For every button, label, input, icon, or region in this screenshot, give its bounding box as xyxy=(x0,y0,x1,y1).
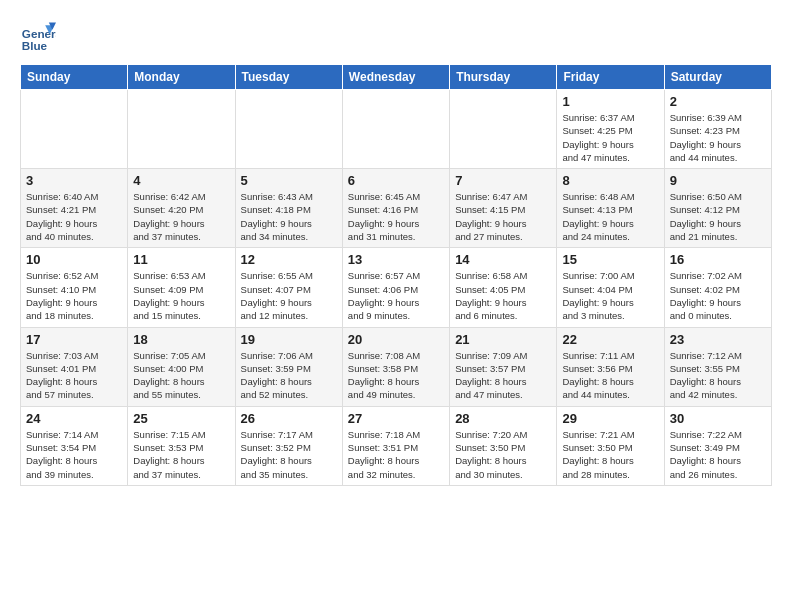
day-info: Sunrise: 6:53 AM Sunset: 4:09 PM Dayligh… xyxy=(133,269,229,322)
day-info: Sunrise: 7:11 AM Sunset: 3:56 PM Dayligh… xyxy=(562,349,658,402)
day-info: Sunrise: 6:43 AM Sunset: 4:18 PM Dayligh… xyxy=(241,190,337,243)
day-info: Sunrise: 7:09 AM Sunset: 3:57 PM Dayligh… xyxy=(455,349,551,402)
svg-text:Blue: Blue xyxy=(22,39,48,52)
logo: General Blue xyxy=(20,18,62,54)
calendar-container: SundayMondayTuesdayWednesdayThursdayFrid… xyxy=(0,64,792,496)
weekday-header-sunday: Sunday xyxy=(21,65,128,90)
day-number: 3 xyxy=(26,173,122,188)
day-info: Sunrise: 7:20 AM Sunset: 3:50 PM Dayligh… xyxy=(455,428,551,481)
calendar-week-4: 17Sunrise: 7:03 AM Sunset: 4:01 PM Dayli… xyxy=(21,327,772,406)
day-number: 17 xyxy=(26,332,122,347)
day-info: Sunrise: 7:02 AM Sunset: 4:02 PM Dayligh… xyxy=(670,269,766,322)
weekday-header-friday: Friday xyxy=(557,65,664,90)
day-number: 8 xyxy=(562,173,658,188)
day-info: Sunrise: 7:06 AM Sunset: 3:59 PM Dayligh… xyxy=(241,349,337,402)
day-number: 9 xyxy=(670,173,766,188)
day-number: 1 xyxy=(562,94,658,109)
day-info: Sunrise: 7:00 AM Sunset: 4:04 PM Dayligh… xyxy=(562,269,658,322)
weekday-header-tuesday: Tuesday xyxy=(235,65,342,90)
day-info: Sunrise: 6:57 AM Sunset: 4:06 PM Dayligh… xyxy=(348,269,444,322)
day-info: Sunrise: 6:52 AM Sunset: 4:10 PM Dayligh… xyxy=(26,269,122,322)
calendar-cell: 30Sunrise: 7:22 AM Sunset: 3:49 PM Dayli… xyxy=(664,406,771,485)
calendar-week-5: 24Sunrise: 7:14 AM Sunset: 3:54 PM Dayli… xyxy=(21,406,772,485)
day-number: 5 xyxy=(241,173,337,188)
day-info: Sunrise: 6:40 AM Sunset: 4:21 PM Dayligh… xyxy=(26,190,122,243)
calendar-cell: 27Sunrise: 7:18 AM Sunset: 3:51 PM Dayli… xyxy=(342,406,449,485)
calendar-cell: 21Sunrise: 7:09 AM Sunset: 3:57 PM Dayli… xyxy=(450,327,557,406)
day-number: 2 xyxy=(670,94,766,109)
calendar-cell: 28Sunrise: 7:20 AM Sunset: 3:50 PM Dayli… xyxy=(450,406,557,485)
day-info: Sunrise: 7:08 AM Sunset: 3:58 PM Dayligh… xyxy=(348,349,444,402)
day-info: Sunrise: 6:47 AM Sunset: 4:15 PM Dayligh… xyxy=(455,190,551,243)
logo-icon: General Blue xyxy=(20,18,56,54)
weekday-header-row: SundayMondayTuesdayWednesdayThursdayFrid… xyxy=(21,65,772,90)
day-number: 16 xyxy=(670,252,766,267)
day-info: Sunrise: 6:45 AM Sunset: 4:16 PM Dayligh… xyxy=(348,190,444,243)
day-info: Sunrise: 6:48 AM Sunset: 4:13 PM Dayligh… xyxy=(562,190,658,243)
calendar-cell: 24Sunrise: 7:14 AM Sunset: 3:54 PM Dayli… xyxy=(21,406,128,485)
calendar-cell: 22Sunrise: 7:11 AM Sunset: 3:56 PM Dayli… xyxy=(557,327,664,406)
calendar-week-3: 10Sunrise: 6:52 AM Sunset: 4:10 PM Dayli… xyxy=(21,248,772,327)
calendar-cell: 3Sunrise: 6:40 AM Sunset: 4:21 PM Daylig… xyxy=(21,169,128,248)
calendar-cell: 6Sunrise: 6:45 AM Sunset: 4:16 PM Daylig… xyxy=(342,169,449,248)
day-info: Sunrise: 6:58 AM Sunset: 4:05 PM Dayligh… xyxy=(455,269,551,322)
calendar-cell: 19Sunrise: 7:06 AM Sunset: 3:59 PM Dayli… xyxy=(235,327,342,406)
calendar-week-2: 3Sunrise: 6:40 AM Sunset: 4:21 PM Daylig… xyxy=(21,169,772,248)
day-info: Sunrise: 7:05 AM Sunset: 4:00 PM Dayligh… xyxy=(133,349,229,402)
calendar-cell: 8Sunrise: 6:48 AM Sunset: 4:13 PM Daylig… xyxy=(557,169,664,248)
calendar-cell: 18Sunrise: 7:05 AM Sunset: 4:00 PM Dayli… xyxy=(128,327,235,406)
day-info: Sunrise: 7:14 AM Sunset: 3:54 PM Dayligh… xyxy=(26,428,122,481)
day-number: 6 xyxy=(348,173,444,188)
day-number: 19 xyxy=(241,332,337,347)
day-number: 28 xyxy=(455,411,551,426)
day-info: Sunrise: 7:03 AM Sunset: 4:01 PM Dayligh… xyxy=(26,349,122,402)
day-number: 22 xyxy=(562,332,658,347)
calendar-cell: 2Sunrise: 6:39 AM Sunset: 4:23 PM Daylig… xyxy=(664,90,771,169)
weekday-header-thursday: Thursday xyxy=(450,65,557,90)
day-info: Sunrise: 7:12 AM Sunset: 3:55 PM Dayligh… xyxy=(670,349,766,402)
day-info: Sunrise: 7:21 AM Sunset: 3:50 PM Dayligh… xyxy=(562,428,658,481)
calendar-cell: 13Sunrise: 6:57 AM Sunset: 4:06 PM Dayli… xyxy=(342,248,449,327)
weekday-header-monday: Monday xyxy=(128,65,235,90)
calendar-cell: 4Sunrise: 6:42 AM Sunset: 4:20 PM Daylig… xyxy=(128,169,235,248)
calendar-cell xyxy=(342,90,449,169)
calendar-cell xyxy=(128,90,235,169)
calendar-cell: 11Sunrise: 6:53 AM Sunset: 4:09 PM Dayli… xyxy=(128,248,235,327)
calendar-week-1: 1Sunrise: 6:37 AM Sunset: 4:25 PM Daylig… xyxy=(21,90,772,169)
day-number: 20 xyxy=(348,332,444,347)
calendar-cell xyxy=(21,90,128,169)
day-number: 21 xyxy=(455,332,551,347)
day-number: 24 xyxy=(26,411,122,426)
day-info: Sunrise: 7:15 AM Sunset: 3:53 PM Dayligh… xyxy=(133,428,229,481)
calendar-cell: 25Sunrise: 7:15 AM Sunset: 3:53 PM Dayli… xyxy=(128,406,235,485)
calendar-cell: 23Sunrise: 7:12 AM Sunset: 3:55 PM Dayli… xyxy=(664,327,771,406)
day-info: Sunrise: 6:39 AM Sunset: 4:23 PM Dayligh… xyxy=(670,111,766,164)
day-number: 12 xyxy=(241,252,337,267)
day-number: 30 xyxy=(670,411,766,426)
calendar-cell: 5Sunrise: 6:43 AM Sunset: 4:18 PM Daylig… xyxy=(235,169,342,248)
calendar-cell: 7Sunrise: 6:47 AM Sunset: 4:15 PM Daylig… xyxy=(450,169,557,248)
day-number: 27 xyxy=(348,411,444,426)
day-number: 4 xyxy=(133,173,229,188)
calendar-cell: 12Sunrise: 6:55 AM Sunset: 4:07 PM Dayli… xyxy=(235,248,342,327)
weekday-header-saturday: Saturday xyxy=(664,65,771,90)
calendar-cell: 1Sunrise: 6:37 AM Sunset: 4:25 PM Daylig… xyxy=(557,90,664,169)
calendar-cell: 20Sunrise: 7:08 AM Sunset: 3:58 PM Dayli… xyxy=(342,327,449,406)
day-info: Sunrise: 7:18 AM Sunset: 3:51 PM Dayligh… xyxy=(348,428,444,481)
day-number: 14 xyxy=(455,252,551,267)
day-number: 15 xyxy=(562,252,658,267)
day-number: 13 xyxy=(348,252,444,267)
day-info: Sunrise: 6:55 AM Sunset: 4:07 PM Dayligh… xyxy=(241,269,337,322)
calendar-cell: 14Sunrise: 6:58 AM Sunset: 4:05 PM Dayli… xyxy=(450,248,557,327)
calendar-cell xyxy=(235,90,342,169)
calendar-cell: 26Sunrise: 7:17 AM Sunset: 3:52 PM Dayli… xyxy=(235,406,342,485)
day-number: 10 xyxy=(26,252,122,267)
calendar-cell xyxy=(450,90,557,169)
day-number: 26 xyxy=(241,411,337,426)
page-header: General Blue xyxy=(0,0,792,64)
calendar-cell: 10Sunrise: 6:52 AM Sunset: 4:10 PM Dayli… xyxy=(21,248,128,327)
calendar-cell: 16Sunrise: 7:02 AM Sunset: 4:02 PM Dayli… xyxy=(664,248,771,327)
day-number: 25 xyxy=(133,411,229,426)
calendar-cell: 9Sunrise: 6:50 AM Sunset: 4:12 PM Daylig… xyxy=(664,169,771,248)
calendar-cell: 29Sunrise: 7:21 AM Sunset: 3:50 PM Dayli… xyxy=(557,406,664,485)
